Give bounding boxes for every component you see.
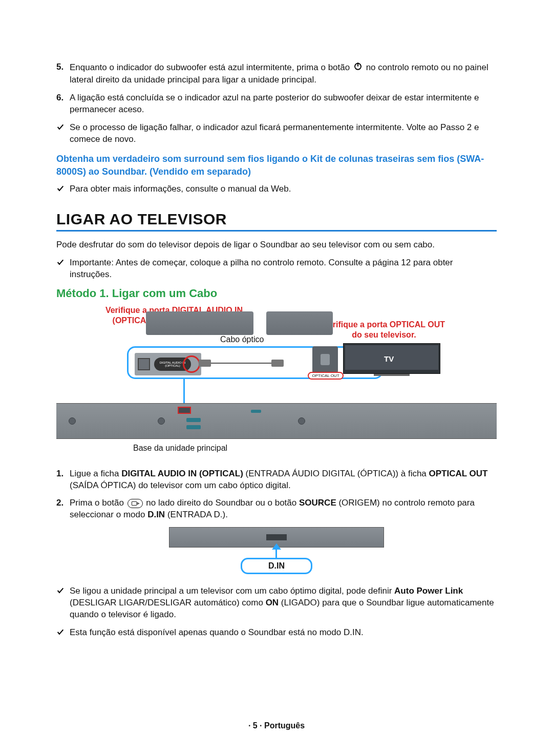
text-bold: DIGITAL AUDIO IN (OPTICAL) [121,469,243,478]
tv-unit: OPTICAL OUT TV [312,343,440,383]
screw-hole [158,417,165,425]
intro-paragraph: Pode desfrutar do som do televisor depoi… [56,239,497,251]
text-bold: OPTICAL OUT [429,469,488,478]
list-text: A ligação está concluída se o indicador … [70,92,497,116]
optical-cable [199,355,294,371]
text-part: (SAÍDA ÓPTICA) do televisor com um cabo … [70,480,291,490]
check-text: Para obter mais informações, consulte o … [70,183,291,196]
text-part: (ENTRADA ÁUDIO DIGITAL (ÓPTICA)) à ficha [246,469,429,478]
page-footer: · 5 · Português [0,721,553,730]
check-text: Se ligou a unidade principal a um televi… [70,585,497,621]
soundbar-back-panel: DIGITAL AUDIO IN (OPTICAL) [135,353,201,375]
title-rule [56,230,497,232]
check-text: Se o processo de ligação falhar, o indic… [70,122,497,145]
text-part: Enquanto o indicador do subwoofer está a… [70,62,352,72]
soundbar-base [56,403,497,439]
check-icon [56,183,70,196]
label-optical-out-tv: Verifique a porta OPTICAL OUT do seu tel… [317,320,451,341]
check-item: Se o processo de ligação falhar, o indic… [56,122,497,145]
tv-optical-slot [321,354,330,365]
list-number: 2. [56,497,70,521]
check-item: Importante: Antes de começar, coloque a … [56,257,497,281]
text-bold: ON [266,598,279,607]
cable-wire [211,363,221,364]
din-diagram: D.IN [169,527,384,575]
connection-diagram: Verifique a porta DIGITAL AUDIO IN (OPTI… [56,305,497,454]
screw-hole [298,417,305,425]
tv-port-panel [312,346,338,373]
screw-hole [69,417,76,425]
text-bold: D.IN [147,510,165,519]
check-icon [56,257,70,281]
list-item-6: 6. A ligação está concluída se o indicad… [56,92,497,116]
step-1: 1. Ligue a ficha DIGITAL AUDIO IN (OPTIC… [56,468,497,492]
list-number: 1. [56,468,70,492]
list-number: 6. [56,92,70,116]
section-title: LIGAR AO TELEVISOR [56,211,497,228]
cable-wire [221,363,261,364]
text-part: (DESLIGAR LIGAR/DESLIGAR automático) com… [70,598,266,607]
optical-in-port: DIGITAL AUDIO IN (OPTICAL) [154,358,191,371]
text-part: Se ligou a unidade principal a um televi… [70,586,394,596]
label-base: Base da unidade principal [133,444,227,453]
text-part: Ligue a ficha [70,469,121,478]
check-item: Para obter mais informações, consulte o … [56,183,497,196]
cable-plug [271,360,284,367]
check-text: Importante: Antes de começar, coloque a … [70,257,497,281]
step-2: 2. Prima o botão no lado direito do Soun… [56,497,497,521]
highlight-heading: Obtenha um verdadeiro som surround sem f… [56,153,497,178]
text-part: no lado direito do Soundbar ou o botão [146,498,299,508]
page: 5. Enquanto o indicador do subwoofer est… [0,0,553,756]
base-panel [266,311,333,335]
power-icon [353,61,363,74]
check-icon [56,122,70,145]
port-slot [186,425,201,429]
highlight-circle [183,355,200,373]
check-text: Esta função está disponível apenas quand… [70,627,364,640]
soundbar-display [266,534,287,540]
panel-square [138,358,150,370]
svg-rect-2 [132,501,137,505]
base-panel [146,311,253,335]
tv-optical-out-label: OPTICAL OUT [308,372,344,380]
method-heading: Método 1. Ligar com um Cabo [56,287,497,300]
text-bold: SOURCE [299,498,336,508]
check-icon [56,585,70,621]
list-number: 5. [56,61,70,86]
text-part: Prima o botão [70,498,126,508]
pointer-line [275,548,277,559]
check-item: Esta função está disponível apenas quand… [56,627,497,640]
list-text: Prima o botão no lado direito do Soundba… [70,497,497,521]
text-bold: Auto Power Link [394,586,463,596]
port-slot [251,410,261,413]
tv-stand [374,374,410,376]
cable-wire [261,363,271,364]
check-item: Se ligou a unidade principal a um televi… [56,585,497,621]
port-slot [186,418,201,422]
list-item-5: 5. Enquanto o indicador do subwoofer est… [56,61,497,86]
check-icon [56,627,70,640]
cable-plug [199,360,211,367]
list-text: Enquanto o indicador do subwoofer está a… [70,61,497,86]
list-text: Ligue a ficha DIGITAL AUDIO IN (OPTICAL)… [70,468,497,492]
source-button-icon [127,499,143,508]
tv-text: TV [384,354,394,363]
optical-port-highlight [178,407,191,414]
din-label-box: D.IN [241,558,312,574]
label-optical-cable: Cabo óptico [220,335,264,344]
text-part: (ENTRADA D.). [167,510,228,519]
